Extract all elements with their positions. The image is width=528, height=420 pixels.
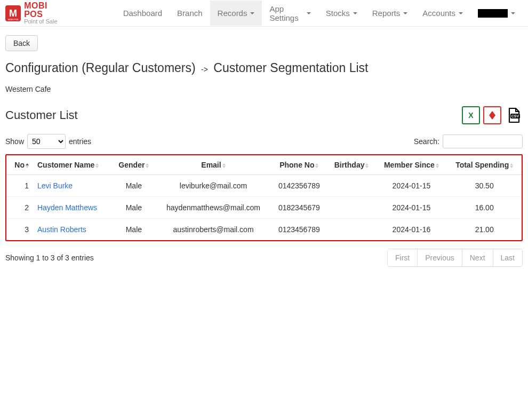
cell-phone: 0142356789 [271,175,327,197]
search-input[interactable] [443,134,523,148]
table-body: 1 Levi Burke Male leviburke@mail.com 014… [6,175,522,241]
cell-phone: 0123456789 [271,219,327,241]
breadcrumb-part1: Configuration (Regular Customers) [5,61,196,75]
nav-branch[interactable]: Branch [170,1,210,26]
table-row: 1 Levi Burke Male leviburke@mail.com 014… [6,175,522,197]
nav-app-settings[interactable]: App Settings [262,0,318,30]
col-email[interactable]: Email [156,155,271,175]
venue-name: Western Cafe [5,85,523,93]
nav-items: Dashboard Branch Records App Settings St… [116,0,523,30]
nav-dashboard[interactable]: Dashboard [116,1,170,26]
customer-link[interactable]: Austin Roberts [37,225,86,234]
cell-total-spending: 30.50 [447,175,522,197]
pager-next[interactable]: Next [462,249,493,266]
show-label: Show [5,137,24,146]
cell-email: leviburke@mail.com [156,175,271,197]
pager-first[interactable]: First [388,249,418,266]
entries-label: entries [69,137,91,146]
export-csv-icon[interactable]: CSV [505,106,523,124]
cell-no: 3 [6,219,33,241]
cell-no: 1 [6,175,33,197]
nav-user[interactable] [470,1,523,26]
cell-member-since: 2024-01-16 [376,219,447,241]
table-row: 2 Hayden Matthews Male haydenmatthews@ma… [6,197,522,219]
cell-birthday [327,219,376,241]
svg-text:X: X [468,111,474,120]
col-member-since[interactable]: Member Since [376,155,447,175]
cell-email: haydenmatthews@mail.com [156,197,271,219]
customer-table-highlight: No Customer Name Gender Email Phone No B… [5,154,523,241]
export-excel-icon[interactable]: X [462,106,480,124]
pager: First Previous Next Last [387,249,523,267]
entries-selector: Show 50 entries [5,134,91,149]
breadcrumb-arrow: -> [201,65,208,74]
col-phone[interactable]: Phone No [271,155,327,175]
user-redacted [478,9,508,18]
chevron-down-icon [403,12,407,14]
col-birthday[interactable]: Birthday [327,155,376,175]
customer-link[interactable]: Levi Burke [37,181,73,190]
nav-accounts[interactable]: Accounts [415,1,470,26]
col-total-spending[interactable]: Total Spending [447,155,522,175]
col-gender[interactable]: Gender [112,155,156,175]
cell-gender: Male [112,219,156,241]
pager-previous[interactable]: Previous [418,249,462,266]
col-no[interactable]: No [6,155,33,175]
cell-birthday [327,175,376,197]
chevron-down-icon [459,12,463,14]
sort-icon [95,163,99,168]
nav-reports[interactable]: Reports [365,1,415,26]
table-row: 3 Austin Roberts Male austinroberts@mail… [6,219,522,241]
entries-select[interactable]: 50 [27,134,66,149]
export-icons: X CSV [462,106,523,124]
brand-main: MOBI POS [24,2,68,19]
brand-logo: M MOBI POS [5,5,21,21]
list-title: Customer List [5,108,78,122]
brand-sub: Point of Sale [24,19,68,25]
cell-birthday [327,197,376,219]
svg-text:CSV: CSV [511,114,519,118]
cell-gender: Male [112,175,156,197]
sort-icon [222,163,226,168]
nav-records[interactable]: Records [210,1,262,26]
search-label: Search: [414,137,439,146]
col-customer-name[interactable]: Customer Name [33,155,112,175]
sort-icon [26,163,29,168]
breadcrumb-part2: Customer Segmentation List [213,61,368,75]
cell-member-since: 2024-01-15 [376,197,447,219]
customer-table: No Customer Name Gender Email Phone No B… [6,155,522,240]
cell-no: 2 [6,197,33,219]
chevron-down-icon [250,12,254,14]
sort-icon [510,163,513,168]
search-wrap: Search: [414,134,523,148]
sort-icon [315,163,318,168]
nav-stocks[interactable]: Stocks [318,1,365,26]
sort-icon [146,163,149,168]
sort-icon [436,163,439,168]
cell-total-spending: 21.00 [447,219,522,241]
navbar: M MOBI POS MOBI POS Point of Sale Dashbo… [0,0,528,27]
cell-gender: Male [112,197,156,219]
cell-phone: 0182345679 [271,197,327,219]
customer-link[interactable]: Hayden Matthews [37,203,97,212]
table-info: Showing 1 to 3 of 3 entries [5,253,94,262]
brand-logo-letter: M [9,9,17,18]
cell-total-spending: 16.00 [447,197,522,219]
cell-member-since: 2024-01-15 [376,175,447,197]
breadcrumb: Configuration (Regular Customers) -> Cus… [5,61,523,75]
export-pdf-icon[interactable] [483,106,501,124]
chevron-down-icon [353,12,357,14]
back-button[interactable]: Back [5,35,38,51]
chevron-down-icon [307,12,311,14]
cell-email: austinroberts@mail.com [156,219,271,241]
brand[interactable]: M MOBI POS MOBI POS Point of Sale [5,2,68,25]
chevron-down-icon [511,12,515,14]
pager-last[interactable]: Last [493,249,522,266]
sort-icon [365,163,369,168]
